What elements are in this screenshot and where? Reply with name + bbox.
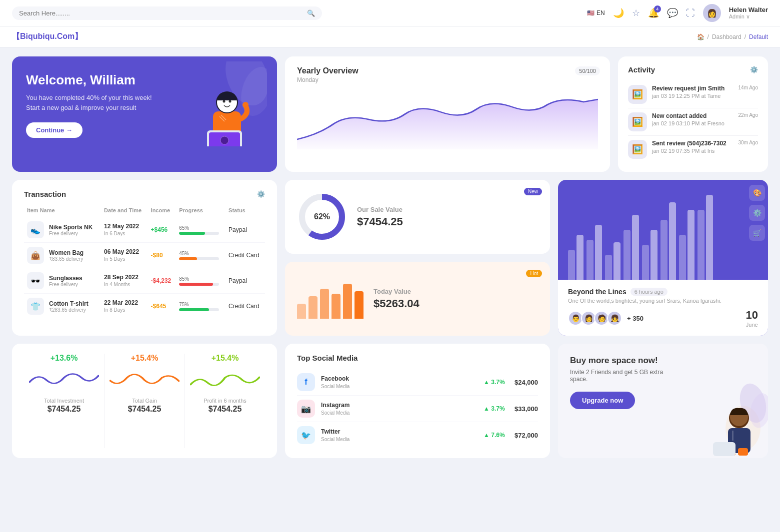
item-icon: 👜 bbox=[27, 247, 44, 264]
yearly-title: Yearly Overview bbox=[297, 66, 598, 75]
date-cell: 28 Sep 2022 In 4 Months bbox=[101, 268, 148, 294]
beyond-info: Beyond the Lines 6 hours ago One Of the … bbox=[558, 280, 768, 336]
notification-bell[interactable]: 🔔 4 bbox=[648, 7, 659, 18]
social-list: f Facebook Social Media ▲ 3.7% $24,000 📷… bbox=[297, 369, 538, 448]
beyond-title: Beyond the Lines bbox=[568, 288, 626, 296]
cart-icon[interactable]: 🛒 bbox=[749, 225, 765, 241]
activity-item-info: Review request jim Smith jan 03 19 12:25… bbox=[652, 85, 734, 99]
social-title: Top Social Media bbox=[297, 354, 538, 362]
progress-fill bbox=[179, 283, 213, 286]
date-cell: 12 May 2022 In 6 Days bbox=[101, 217, 148, 243]
avatar[interactable]: 👩 bbox=[703, 4, 721, 22]
search-input[interactable] bbox=[19, 9, 303, 17]
sale-info: Our Sale Value $7454.25 bbox=[357, 206, 403, 228]
beyond-chart bbox=[558, 180, 768, 280]
date-cell: 06 May 2022 In 5 Days bbox=[101, 243, 148, 268]
user-role: Admin ∨ bbox=[729, 13, 768, 20]
language-selector[interactable]: 🇺🇸 EN bbox=[587, 9, 605, 16]
space-desc: Invite 2 Friends and get 5 GB extra spac… bbox=[570, 369, 682, 383]
mini-stat-item: +15.4% Total Gain $7454.25 bbox=[104, 354, 185, 448]
brand-logo[interactable]: 【Biqubiqu.Com】 bbox=[12, 31, 82, 42]
social-platform-icon: 📷 bbox=[297, 400, 315, 418]
progress-bar bbox=[179, 232, 219, 235]
search-bar[interactable]: 🔍 bbox=[12, 6, 322, 20]
table-row: 👜 Women Bag ₹83.65 delivery 06 May 2022 … bbox=[24, 243, 265, 268]
activity-item-info: Sent review (504)236-7302 jan 02 19 07:3… bbox=[652, 140, 734, 154]
language-label: EN bbox=[596, 9, 605, 16]
breadcrumb-dashboard[interactable]: Dashboard bbox=[712, 33, 742, 40]
user-name: Helen Walter bbox=[729, 6, 768, 13]
mini-stat-label: Total Investment bbox=[29, 398, 99, 404]
transaction-header: Transaction ⚙️ bbox=[24, 190, 265, 198]
svg-point-7 bbox=[223, 100, 226, 103]
sale-label: Our Sale Value bbox=[357, 206, 403, 213]
item-name: Nike Sports NK bbox=[49, 224, 92, 231]
item-sub: ₹283.65 delivery bbox=[49, 307, 88, 313]
progress-fill bbox=[179, 257, 197, 260]
social-platform-sub: Social Media bbox=[321, 384, 350, 389]
social-pct: ▲ 7.6% bbox=[484, 432, 508, 439]
sparkline bbox=[190, 368, 260, 393]
bookmark-icon[interactable]: ☆ bbox=[632, 7, 640, 18]
social-platform-name: Facebook bbox=[321, 375, 478, 382]
palette-icon[interactable]: 🎨 bbox=[749, 185, 765, 201]
sale-amount: $7454.25 bbox=[357, 215, 403, 228]
income-cell: +$456 bbox=[148, 217, 176, 243]
days-value: In 8 Days bbox=[104, 307, 125, 313]
social-platform-sub: Social Media bbox=[321, 437, 350, 442]
status-cell: Credit Card bbox=[226, 294, 265, 319]
sale-value-card: New 62% Our Sale Value $7454.25 bbox=[285, 180, 550, 254]
beyond-side-icons: 🎨 ⚙️ 🛒 bbox=[746, 180, 768, 246]
mid-column: New 62% Our Sale Value $7454.25 Hot bbox=[285, 180, 550, 336]
income-cell: -$645 bbox=[148, 294, 176, 319]
income-cell: -$80 bbox=[148, 243, 176, 268]
today-value-card: Hot Today Value $5263.04 bbox=[285, 262, 550, 336]
chat-icon[interactable]: 💬 bbox=[667, 7, 678, 18]
row1: Welcome, William You have completed 40% … bbox=[12, 56, 768, 172]
activity-card: Activity ⚙️ 🖼️ Review request jim Smith … bbox=[618, 56, 768, 172]
item-cell: 👜 Women Bag ₹83.65 delivery bbox=[24, 243, 101, 268]
topnav-right: 🇺🇸 EN 🌙 ☆ 🔔 4 💬 ⛶ 👩 Helen Walter Admin ∨ bbox=[587, 4, 768, 22]
mini-stat-pct: +15.4% bbox=[190, 354, 260, 363]
upgrade-button[interactable]: Upgrade now bbox=[570, 392, 635, 409]
item-sub: Free delivery bbox=[49, 282, 82, 287]
table-row: 👕 Cotton T-shirt ₹283.65 delivery 22 Mar… bbox=[24, 294, 265, 319]
activity-title: Activity bbox=[628, 65, 655, 74]
transaction-settings-icon[interactable]: ⚙️ bbox=[257, 190, 265, 198]
notification-badge: 4 bbox=[654, 5, 661, 12]
space-card: Buy more space now! Invite 2 Friends and… bbox=[558, 344, 768, 458]
item-sub: ₹83.65 delivery bbox=[49, 256, 84, 262]
mini-stat-pct: +13.6% bbox=[29, 354, 99, 363]
progress-bar bbox=[179, 308, 219, 311]
social-platform-icon: 🐦 bbox=[297, 426, 315, 444]
activity-settings-icon[interactable]: ⚙️ bbox=[750, 66, 758, 73]
breadcrumb-current: Default bbox=[749, 33, 768, 40]
social-name-info: Instagram Social Media bbox=[321, 402, 478, 416]
activity-avatar: 🖼️ bbox=[628, 85, 647, 104]
home-icon[interactable]: 🏠 bbox=[697, 33, 704, 40]
mini-stat-item: +15.4% Profit in 6 months $7454.25 bbox=[185, 354, 265, 448]
breadcrumb-bar: 【Biqubiqu.Com】 🏠 / Dashboard / Default bbox=[0, 26, 780, 47]
settings-icon[interactable]: ⚙️ bbox=[749, 205, 765, 221]
transaction-card: Transaction ⚙️ Item Name Date and Time I… bbox=[12, 180, 277, 336]
mini-stat-value: $7454.25 bbox=[29, 405, 99, 414]
dark-mode-toggle[interactable]: 🌙 bbox=[613, 7, 624, 18]
activity-item-name: Sent review (504)236-7302 bbox=[652, 140, 734, 147]
col-progress: Progress bbox=[176, 205, 226, 217]
top-navigation: 🔍 🇺🇸 EN 🌙 ☆ 🔔 4 💬 ⛶ 👩 Helen Walter Admin… bbox=[0, 0, 780, 26]
fullscreen-icon[interactable]: ⛶ bbox=[686, 8, 695, 18]
sparkline bbox=[110, 368, 180, 393]
date-value: 12 May 2022 bbox=[104, 223, 145, 230]
activity-item-time: 14m Ago bbox=[738, 85, 758, 90]
transaction-title: Transaction bbox=[24, 190, 66, 198]
continue-button[interactable]: Continue → bbox=[26, 122, 82, 138]
mini-stat-label: Total Gain bbox=[110, 398, 180, 404]
row3: +13.6% Total Investment $7454.25 +15.4% … bbox=[12, 344, 768, 458]
date-cell: 22 Mar 2022 In 8 Days bbox=[101, 294, 148, 319]
activity-item: 🖼️ Review request jim Smith jan 03 19 12… bbox=[628, 81, 758, 108]
status-cell: Paypal bbox=[226, 217, 265, 243]
sale-donut-chart: 62% bbox=[297, 192, 347, 242]
beyond-date: 10 June bbox=[746, 309, 758, 328]
days-value: In 6 Days bbox=[104, 231, 125, 236]
breadcrumb: 🏠 / Dashboard / Default bbox=[697, 33, 768, 40]
